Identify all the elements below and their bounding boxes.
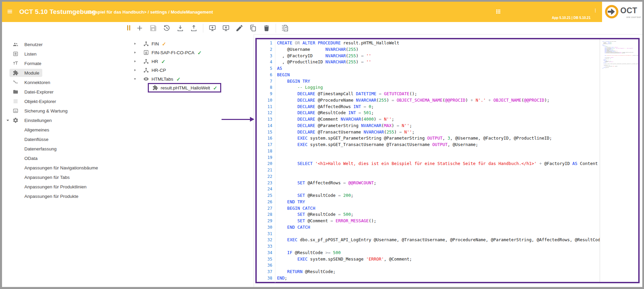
version-label: App 5.10.21 | DB 5.10.21 bbox=[552, 16, 591, 20]
expand-caret-icon[interactable] bbox=[133, 68, 137, 73]
expand-caret-icon[interactable] bbox=[5, 117, 13, 123]
sidebar-item-datei-explorer[interactable]: Datei-Explorer bbox=[2, 87, 130, 97]
format-icon bbox=[13, 60, 19, 66]
sidebar-item-label: Module bbox=[24, 70, 39, 76]
line-number: 12 bbox=[257, 110, 272, 116]
code-line-38: END; bbox=[602, 68, 638, 68]
sidebar-item-allgemeines[interactable]: Allgemeines bbox=[2, 125, 130, 135]
code-line-20: 20 SELECT '<h1>Hallo Welt, dies ist ein … bbox=[257, 161, 600, 167]
sidebar-item-anpassungen-f-r-navigationsb-ume[interactable]: Anpassungen für Navigationsbäume bbox=[2, 163, 130, 172]
apps-grid-icon[interactable] bbox=[495, 8, 501, 15]
panel-splitter-handle[interactable] bbox=[127, 25, 131, 31]
line-number: 7 bbox=[257, 78, 272, 85]
add-button[interactable] bbox=[136, 24, 144, 32]
sidebar-item-label: Anpassungen für Tabs bbox=[24, 175, 70, 180]
sidebar-item-label: Formate bbox=[24, 61, 41, 66]
sidebar-item-datenerfassung[interactable]: Datenerfassung bbox=[2, 144, 130, 153]
line-number: 19 bbox=[257, 154, 272, 161]
hamburger-menu-icon[interactable] bbox=[6, 8, 13, 15]
tree-item-label: result.pHTML_HalloWelt bbox=[161, 85, 210, 90]
sidebar-item-datenfl-sse[interactable]: Datenflüsse bbox=[2, 135, 130, 144]
sidebar-item-module[interactable]: Module bbox=[2, 68, 130, 78]
history-button[interactable] bbox=[163, 24, 171, 32]
editor-toolbar bbox=[130, 22, 642, 35]
overflow-menu-icon[interactable] bbox=[593, 8, 598, 15]
expand-caret-icon[interactable] bbox=[133, 41, 137, 46]
line-number: 9 bbox=[257, 91, 272, 97]
sidebar-item-label: Datei-Explorer bbox=[24, 89, 53, 95]
code-line-4: 4 , @ProductlineID NVARCHAR(255) = '' bbox=[257, 59, 600, 65]
expand-caret-icon[interactable] bbox=[133, 50, 137, 55]
editor-minimap[interactable]: CREATE OR ALTER PROCEDURE result.pHTML_H… bbox=[602, 41, 638, 70]
code-line-38: 38END; bbox=[257, 275, 600, 282]
code-line-37: 37 RETURN @ResultCode; bbox=[257, 269, 600, 275]
line-number: 10 bbox=[257, 97, 272, 104]
app-header: OCT 5.10 Testumgebung <Beispiel für das … bbox=[2, 2, 642, 22]
tree-item-label: HTMLTabs bbox=[152, 77, 173, 82]
line-number: 17 bbox=[257, 142, 272, 148]
collapse-caret-icon[interactable] bbox=[133, 77, 137, 81]
line-number: 30 bbox=[257, 224, 272, 231]
sidebar-item-label: Datenerfassung bbox=[24, 146, 56, 151]
sidebar-item-label: OData bbox=[24, 156, 38, 161]
sidebar-item-anpassungen-f-r-produktlinien[interactable]: Anpassungen für Produktlinien bbox=[2, 182, 130, 191]
compare-document-button[interactable] bbox=[281, 24, 289, 32]
annotation-arrow bbox=[222, 119, 250, 120]
code-line-1: 1CREATE OR ALTER PROCEDURE result.pHTML_… bbox=[257, 40, 600, 46]
tree-item-label: HR bbox=[152, 59, 158, 64]
copy-button[interactable] bbox=[249, 24, 257, 32]
deploy-button[interactable] bbox=[208, 24, 216, 32]
undeploy-button[interactable] bbox=[222, 24, 230, 32]
sidebar-item-listen[interactable]: Listen bbox=[2, 49, 130, 59]
line-number: 36 bbox=[257, 262, 272, 269]
tree-item-htmltabs[interactable]: HTMLTabs✓ bbox=[130, 75, 254, 83]
code-line-11: 11 DECLARE @AffectedRows INT = 0; bbox=[257, 104, 600, 110]
tree-item-fin[interactable]: FIN✓ bbox=[130, 39, 254, 48]
sql-code-editor[interactable]: 1CREATE OR ALTER PROCEDURE result.pHTML_… bbox=[257, 39, 600, 283]
puzzle-icon bbox=[152, 85, 158, 91]
line-number: 31 bbox=[257, 231, 272, 237]
check-icon: ✓ bbox=[198, 50, 202, 55]
code-line-27: 27 BEGIN CATCH bbox=[257, 205, 600, 212]
sidebar-item-anpassungen-f-r-produkte[interactable]: Anpassungen für Produkte bbox=[2, 191, 130, 201]
save-button[interactable] bbox=[149, 24, 157, 32]
code-line-10: 10 DECLARE @ProcedureName NVARCHAR(255) … bbox=[257, 97, 600, 104]
line-number: 27 bbox=[257, 205, 272, 212]
hub-icon bbox=[143, 67, 149, 73]
tree-item-hr[interactable]: HR✓ bbox=[130, 57, 254, 66]
line-number: 26 bbox=[257, 199, 272, 205]
sidebar-item-einstellungen[interactable]: Einstellungen bbox=[2, 116, 130, 125]
sidebar-item-formate[interactable]: Formate bbox=[2, 59, 130, 68]
line-number: 5 bbox=[257, 65, 272, 72]
expand-caret-icon[interactable] bbox=[133, 59, 137, 64]
tree-item-result-phtml-hallowelt[interactable]: result.pHTML_HalloWelt✓ bbox=[130, 83, 254, 92]
code-line-17: 17 EXEC system.spGET_TransactUsername @T… bbox=[257, 142, 600, 148]
line-number: 1 bbox=[257, 40, 272, 46]
line-number: 28 bbox=[257, 211, 272, 218]
sidebar-item-label: Benutzer bbox=[24, 42, 43, 47]
sidebar-item-objekt-explorer[interactable]: Objekt-Explorer bbox=[2, 97, 130, 106]
folder-icon bbox=[13, 89, 19, 95]
tree-item-label: HR-CP bbox=[152, 68, 166, 73]
download-button[interactable] bbox=[176, 24, 184, 32]
sidebar-item-label: Einstellungen bbox=[24, 118, 52, 123]
sidebar-item-sicherung-wartung[interactable]: Sicherung & Wartung bbox=[2, 106, 130, 116]
sidebar-item-konnektoren[interactable]: Konnektoren bbox=[2, 78, 130, 87]
delete-button[interactable] bbox=[262, 24, 271, 32]
sidebar-item-anpassungen-f-r-tabs[interactable]: Anpassungen für Tabs bbox=[2, 172, 130, 182]
line-number: 35 bbox=[257, 256, 272, 263]
module-tree-panel: FIN✓FIN-SAP-FI-CO-PCA✓HR✓HR-CPHTMLTabs✓r… bbox=[130, 34, 254, 287]
import-icon bbox=[143, 49, 149, 56]
code-line-24: 24 bbox=[257, 186, 600, 192]
edit-button[interactable] bbox=[235, 24, 244, 32]
line-number: 8 bbox=[257, 84, 272, 91]
tree-item-hr-cp[interactable]: HR-CP bbox=[130, 66, 254, 75]
sidebar-item-odata[interactable]: OData bbox=[2, 153, 130, 163]
sidebar-item-benutzer[interactable]: Benutzer bbox=[2, 40, 130, 49]
tree-item-fin-sap-fi-co-pca[interactable]: FIN-SAP-FI-CO-PCA✓ bbox=[130, 48, 254, 57]
code-line-35: 35 EXEC system.spSEND_Message 'ERROR', @… bbox=[257, 256, 600, 263]
code-line-12: 12 DECLARE @ResultCode INT = 501; bbox=[257, 110, 600, 116]
line-number: 3 bbox=[257, 53, 272, 59]
upload-button[interactable] bbox=[190, 24, 198, 32]
code-line-5: 5AS bbox=[257, 65, 600, 72]
